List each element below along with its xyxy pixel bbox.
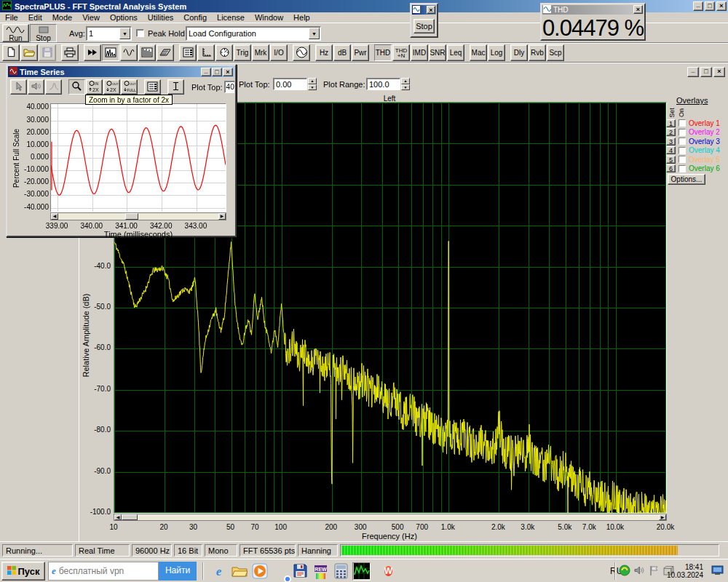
spectrum-close-button[interactable] [713, 67, 725, 77]
dly-button[interactable]: Dly [510, 44, 528, 61]
scroll-right-icon[interactable]: ▶ [659, 514, 666, 520]
surface-view-button[interactable] [157, 44, 174, 61]
thd-titlebar[interactable]: THD [542, 5, 644, 15]
spectrum-view-button[interactable] [102, 44, 119, 61]
print-button[interactable] [61, 44, 79, 61]
new-file-button[interactable] [2, 44, 20, 61]
taskbar-spectraplus-icon[interactable] [352, 562, 371, 581]
menu-item[interactable]: Help [288, 12, 315, 23]
generator-stop-button[interactable]: Stop [414, 19, 435, 33]
run-button[interactable]: Run [2, 24, 29, 42]
overlay-checkbox[interactable] [678, 119, 686, 127]
ts-plot-top-input[interactable]: 40.000 [224, 81, 234, 93]
pointer-tool-button[interactable] [10, 79, 27, 95]
overlay-set-button[interactable]: 5 [666, 156, 676, 164]
taskbar-wps-icon[interactable]: W [379, 562, 397, 581]
scale-button[interactable] [197, 44, 215, 61]
overlay-checkbox[interactable] [678, 147, 686, 154]
listen-button[interactable] [28, 79, 44, 95]
display-settings-button[interactable] [144, 79, 161, 95]
start-button[interactable]: Пуск [1, 562, 45, 581]
chevron-down-icon[interactable]: ▼ [119, 28, 130, 39]
process-button[interactable] [84, 44, 101, 61]
plot-top-input[interactable]: 0.00 [273, 78, 307, 90]
io-button[interactable]: I/O [270, 44, 288, 61]
overlay-set-button[interactable]: 4 [666, 146, 676, 154]
menu-item[interactable]: Mode [47, 12, 78, 23]
overlays-options-button[interactable]: Options... [668, 174, 705, 185]
scroll-right-icon[interactable]: ▶ [218, 213, 226, 220]
hz-button[interactable]: Hz [315, 44, 333, 61]
stop-window-close-button[interactable] [427, 6, 435, 14]
thdn-button[interactable]: THD +N [392, 44, 410, 61]
overlay-checkbox[interactable] [678, 137, 686, 145]
phase-button[interactable] [215, 44, 233, 61]
close-button[interactable] [716, 1, 727, 11]
time-series-view-button[interactable] [120, 44, 138, 61]
scroll-left-icon[interactable]: ◀ [114, 514, 122, 520]
vertical-range-button[interactable] [167, 79, 184, 95]
overlay-checkbox[interactable] [678, 165, 686, 172]
tray-volume-icon[interactable] [633, 565, 645, 577]
menu-item[interactable]: View [77, 12, 105, 23]
overlay-set-button[interactable]: 3 [666, 137, 676, 146]
time-series-titlebar[interactable]: Time Series [8, 66, 234, 77]
taskbar-save-tool-icon[interactable] [291, 562, 309, 581]
thd-button[interactable]: THD [374, 44, 392, 61]
menu-item[interactable]: Options [105, 12, 143, 23]
zoom-out-2x-button[interactable]: OUT2X [103, 79, 120, 95]
pwr-button[interactable]: Pwr [352, 44, 369, 61]
taskbar-calculator-icon[interactable] [332, 562, 350, 581]
menu-item[interactable]: Config [178, 12, 212, 23]
scrollbar-thumb[interactable] [125, 213, 138, 220]
taskbar-explorer-icon[interactable] [230, 562, 248, 581]
ts-maximize-button[interactable] [212, 68, 222, 76]
taskbar-ie-icon[interactable]: e [210, 562, 228, 581]
show-desktop-icon[interactable] [711, 565, 724, 577]
zoom-tool-button[interactable] [68, 79, 85, 95]
menu-item[interactable]: Edit [23, 12, 47, 23]
spectrum-minimize-button[interactable] [687, 67, 699, 77]
stop-window-titlebar[interactable] [412, 5, 436, 15]
scp-button[interactable]: Scp [547, 44, 564, 61]
minimize-button[interactable] [693, 1, 703, 11]
overlay-set-button[interactable]: 6 [666, 164, 676, 172]
mixer-button[interactable] [179, 44, 197, 61]
signal-generator-button[interactable] [293, 44, 310, 61]
menu-item[interactable]: License [212, 12, 250, 23]
tray-antivirus-icon[interactable] [619, 565, 630, 577]
open-file-button[interactable] [20, 44, 38, 61]
load-configuration-select[interactable]: Load Configuration ▼ [186, 26, 321, 41]
ts-close-button[interactable] [223, 68, 233, 76]
snr-button[interactable]: SNR [429, 44, 446, 61]
plot-top-stepper[interactable]: ▲▼ [308, 78, 317, 90]
thd-close-button[interactable] [633, 5, 643, 14]
overlay-set-button[interactable]: 1 [666, 119, 676, 127]
menu-item[interactable]: Utilities [143, 12, 178, 23]
zoom-out-full-button[interactable]: OUTFULL [121, 79, 138, 95]
taskbar-chrome-icon[interactable] [271, 562, 289, 581]
avg-select[interactable]: 1 ▼ [86, 26, 132, 41]
stop-button[interactable]: Stop [30, 24, 57, 42]
search-find-button[interactable]: Найти [159, 562, 197, 581]
taskbar-search-input[interactable]: e бесплатный vpn [48, 562, 159, 581]
scroll-left-icon[interactable]: ◀ [51, 213, 58, 220]
spectrogram-view-button[interactable] [138, 44, 156, 61]
db-button[interactable]: dB [333, 44, 351, 61]
imd-button[interactable]: IMD [411, 44, 428, 61]
leq-button[interactable]: Leq [447, 44, 464, 61]
chevron-down-icon[interactable]: ▼ [309, 28, 320, 39]
save-button[interactable] [39, 44, 56, 61]
rvb-button[interactable]: Rvb [529, 44, 546, 61]
scrollbar-thumb[interactable] [122, 514, 138, 520]
ts-h-scrollbar[interactable]: ◀ ▶ [50, 212, 226, 220]
plot-range-input[interactable]: 100.0 [366, 78, 400, 90]
overlay-checkbox[interactable] [678, 129, 686, 136]
menu-item[interactable]: Window [250, 12, 288, 23]
peak-hold-checkbox[interactable] [136, 29, 144, 37]
mac-button[interactable]: Mac [470, 44, 487, 61]
menu-item[interactable]: File [0, 12, 23, 23]
taskbar-media-player-icon[interactable] [250, 562, 269, 581]
overlay-set-button[interactable]: 2 [666, 128, 676, 136]
spectrum-h-scrollbar[interactable]: ◀▶ [114, 514, 667, 521]
